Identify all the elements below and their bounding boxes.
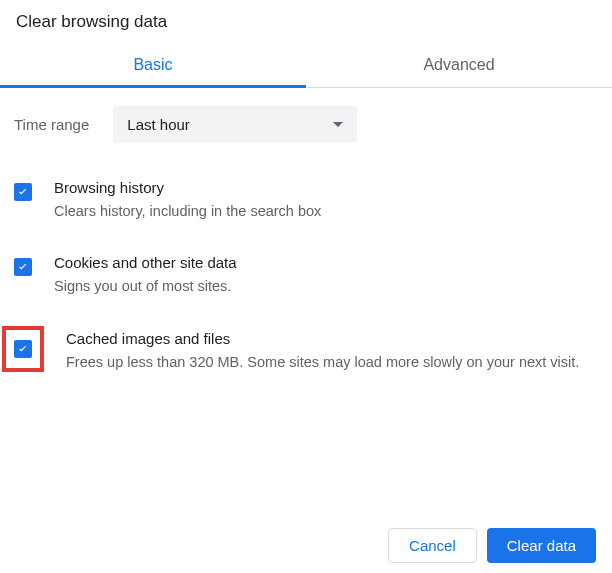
tabs: Basic Advanced [0, 46, 612, 88]
check-icon [16, 260, 30, 274]
cancel-button[interactable]: Cancel [388, 528, 477, 563]
option-text: Cached images and files Frees up less th… [66, 330, 596, 373]
clear-data-button[interactable]: Clear data [487, 528, 596, 563]
tab-advanced[interactable]: Advanced [306, 46, 612, 87]
check-icon [16, 342, 30, 356]
option-cache: Cached images and files Frees up less th… [14, 330, 596, 373]
checkbox-cookies[interactable] [14, 258, 32, 276]
chevron-down-icon [333, 122, 343, 127]
option-title: Cached images and files [66, 330, 596, 347]
tab-basic[interactable]: Basic [0, 46, 306, 87]
option-browsing-history: Browsing history Clears history, includi… [14, 179, 596, 222]
dialog-content: Time range Last hour Browsing history Cl… [0, 88, 612, 373]
checkbox-wrap [14, 254, 32, 276]
time-range-value: Last hour [127, 116, 190, 133]
highlight-box [2, 326, 44, 372]
time-range-label: Time range [14, 116, 89, 133]
time-range-select[interactable]: Last hour [113, 106, 357, 143]
time-range-row: Time range Last hour [14, 106, 596, 143]
option-text: Browsing history Clears history, includi… [54, 179, 596, 222]
checkbox-cache[interactable] [14, 340, 32, 358]
option-desc: Frees up less than 320 MB. Some sites ma… [66, 351, 596, 373]
checkbox-wrap [14, 179, 32, 201]
option-cookies: Cookies and other site data Signs you ou… [14, 254, 596, 297]
check-icon [16, 185, 30, 199]
checkbox-browsing-history[interactable] [14, 183, 32, 201]
dialog-title: Clear browsing data [0, 0, 612, 46]
option-desc: Clears history, including in the search … [54, 200, 596, 222]
option-desc: Signs you out of most sites. [54, 275, 596, 297]
option-text: Cookies and other site data Signs you ou… [54, 254, 596, 297]
option-title: Cookies and other site data [54, 254, 596, 271]
option-title: Browsing history [54, 179, 596, 196]
dialog-footer: Cancel Clear data [388, 528, 596, 563]
